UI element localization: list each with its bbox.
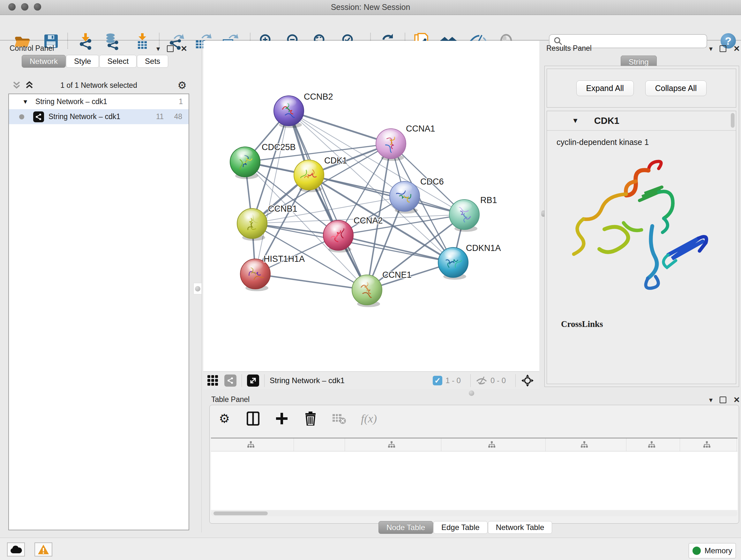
memory-button[interactable]: Memory xyxy=(689,543,736,558)
column-header-@id[interactable] xyxy=(626,438,680,451)
panel-float-icon[interactable] xyxy=(167,45,174,52)
network-node-CCNA1[interactable]: CCNA1 xyxy=(376,124,435,161)
panel-close-icon[interactable]: ✕ xyxy=(733,44,740,53)
column-header-description[interactable] xyxy=(546,438,626,451)
string-results-container: Expand All Collapse All ▼ CDK1 cyclin-de… xyxy=(544,66,739,387)
main-toolbar: ? xyxy=(0,15,741,41)
birdseye-grid-icon[interactable] xyxy=(206,374,220,388)
table-options-gear-icon[interactable]: ⚙ xyxy=(217,412,231,426)
results-scrollbar-thumb[interactable] xyxy=(731,113,735,128)
network-collection-row[interactable]: ▼ String Network – cdk1 1 xyxy=(9,94,189,109)
import-table-from-file-icon[interactable] xyxy=(133,32,151,50)
entry-expander-icon[interactable]: ▼ xyxy=(572,117,579,125)
network-node-HIST1H1A[interactable]: HIST1H1A xyxy=(240,254,305,291)
tab-network-table[interactable]: Network Table xyxy=(488,521,552,534)
network-node-RB1[interactable]: RB1 xyxy=(449,195,497,232)
table-hscrollbar-thumb[interactable] xyxy=(213,511,268,515)
column-header-canonical-name[interactable] xyxy=(345,438,441,451)
table-header-row xyxy=(211,438,738,451)
selected-node-edge-count: 1 - 0 xyxy=(446,376,461,385)
tree-expander-icon[interactable]: ▼ xyxy=(22,98,28,105)
table-panel-buttons: ▾ ✕ xyxy=(709,395,740,405)
separator xyxy=(515,374,516,387)
left-splitter-handle[interactable] xyxy=(193,283,202,294)
network-node-CDKN1A[interactable]: CDKN1A xyxy=(438,243,501,280)
import-network-from-database-icon[interactable] xyxy=(103,32,121,50)
function-builder-icon[interactable]: f(x) xyxy=(361,412,377,425)
string-network-graph: CCNB2 CCNA1 CDC25B CDK1 xyxy=(203,41,539,371)
network-canvas[interactable]: CCNB2 CCNA1 CDC25B CDK1 xyxy=(203,41,539,371)
panel-collapse-icon[interactable]: ▾ xyxy=(156,45,160,53)
create-column-icon[interactable] xyxy=(275,412,289,426)
crosslinks-section: CrossLinks xyxy=(561,319,629,369)
table-row[interactable] xyxy=(211,451,738,465)
column-header-namespace[interactable] xyxy=(680,438,737,451)
table-cell[interactable] xyxy=(211,451,294,465)
tab-node-table[interactable]: Node Table xyxy=(379,521,433,534)
expand-all-button[interactable]: Expand All xyxy=(576,80,634,96)
cloud-status-button[interactable] xyxy=(7,543,25,557)
collapse-all-button[interactable]: Collapse All xyxy=(645,80,707,96)
table-cell[interactable] xyxy=(294,451,345,465)
hidden-node-edge-count: 0 - 0 xyxy=(490,376,506,385)
results-tab-string[interactable]: String xyxy=(621,57,657,66)
table-hscrollbar[interactable] xyxy=(211,510,738,516)
panel-collapse-icon[interactable]: ▾ xyxy=(709,396,713,404)
network-node-CDC25B[interactable]: CDC25B xyxy=(230,142,296,179)
network-options-gear-icon[interactable]: ⚙ xyxy=(178,79,187,91)
current-network-title: String Network – cdk1 xyxy=(270,376,345,385)
results-panel-title: Results Panel xyxy=(546,44,592,53)
node-label: CCNA1 xyxy=(406,124,435,133)
separator xyxy=(242,374,242,387)
table-cell[interactable] xyxy=(626,451,680,465)
node-details-header[interactable]: ▼ CDK1 xyxy=(547,111,736,131)
network-view-toolbar: String Network – cdk1 ✓ 1 - 0 0 - 0 xyxy=(203,371,539,389)
delete-column-icon[interactable] xyxy=(304,412,318,426)
table-cell[interactable] xyxy=(441,451,546,465)
show-columns-icon[interactable] xyxy=(246,412,260,426)
node-label: CCNA2 xyxy=(354,216,383,226)
network-row[interactable]: String Network – cdk1 11 48 xyxy=(9,109,189,124)
selected-checkbox-icon[interactable]: ✓ xyxy=(433,376,442,385)
network-selection-status: 1 of 1 Network selected xyxy=(8,81,189,90)
tab-edge-table[interactable]: Edge Table xyxy=(433,521,488,534)
panel-float-icon[interactable] xyxy=(720,396,726,403)
tab-style[interactable]: Style xyxy=(66,55,99,68)
panel-float-icon[interactable] xyxy=(720,45,726,52)
network-collection-label: String Network – cdk1 xyxy=(36,98,107,106)
column-header-shared-name[interactable] xyxy=(211,438,294,451)
open-in-window-icon[interactable] xyxy=(247,374,259,387)
string-style-icon[interactable] xyxy=(224,374,237,387)
hidden-eye-icon[interactable] xyxy=(476,376,487,385)
shared-column-icon xyxy=(703,441,711,448)
panel-close-icon[interactable]: ✕ xyxy=(733,395,740,405)
shared-column-icon xyxy=(488,441,495,448)
panel-close-icon[interactable]: ✕ xyxy=(181,44,187,53)
horizontal-splitter-handle[interactable] xyxy=(467,390,476,396)
tab-sets[interactable]: Sets xyxy=(137,55,168,68)
column-header-name[interactable] xyxy=(294,438,345,451)
tab-select[interactable]: Select xyxy=(99,55,137,68)
network-node-CDC6[interactable]: CDC6 xyxy=(390,177,444,213)
network-tree: ▼ String Network – cdk1 1 String Network… xyxy=(8,94,189,530)
table-toolbar: ⚙ f(x) xyxy=(217,412,377,426)
table-panel-title: Table Panel xyxy=(211,395,250,404)
cytoscape-window: Session: New Session xyxy=(0,0,741,560)
node-label: HIST1H1A xyxy=(264,254,305,264)
table-cell[interactable] xyxy=(546,451,626,465)
tab-network[interactable]: Network xyxy=(22,55,66,68)
table-cell[interactable] xyxy=(345,451,441,465)
delete-table-icon[interactable] xyxy=(332,412,346,426)
network-edge[interactable] xyxy=(289,111,391,144)
network-edge[interactable] xyxy=(255,274,367,290)
node-label: RB1 xyxy=(480,195,497,205)
warning-status-button[interactable] xyxy=(35,543,52,557)
import-network-from-file-icon[interactable] xyxy=(77,32,94,50)
panel-collapse-icon[interactable]: ▾ xyxy=(709,45,713,53)
control-panel-tabs: NetworkStyleSelectSets xyxy=(22,55,169,68)
results-panel-buttons: ▾ ✕ xyxy=(709,44,740,53)
column-header-database-identifier[interactable] xyxy=(441,438,546,451)
pan-crosshair-icon[interactable] xyxy=(521,374,534,387)
table-cell[interactable] xyxy=(680,451,737,465)
node-label: CCNE1 xyxy=(382,270,412,280)
